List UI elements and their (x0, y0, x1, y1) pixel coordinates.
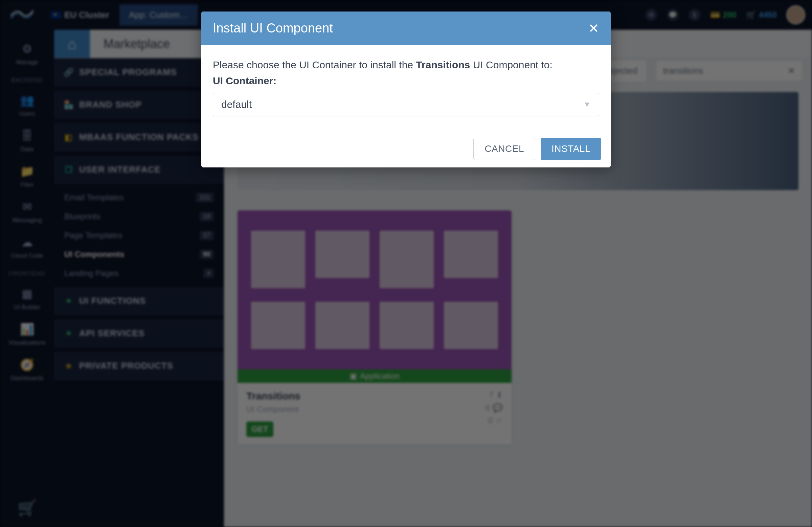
modal-title: Install UI Component (213, 21, 333, 35)
modal-header: Install UI Component ✕ (201, 12, 611, 45)
field-label: UI Container: (213, 75, 599, 87)
modal-footer: CANCEL INSTALL (201, 130, 611, 167)
install-modal: Install UI Component ✕ Please choose the… (201, 12, 611, 167)
modal-overlay[interactable]: Install UI Component ✕ Please choose the… (0, 0, 812, 527)
cancel-button[interactable]: CANCEL (473, 138, 535, 160)
select-value: default (221, 99, 252, 110)
close-icon[interactable]: ✕ (589, 22, 599, 35)
modal-prompt: Please choose the UI Container to instal… (213, 57, 599, 72)
install-button[interactable]: INSTALL (541, 138, 601, 160)
modal-body: Please choose the UI Container to instal… (201, 45, 611, 130)
chevron-down-icon: ▼ (583, 100, 591, 109)
container-select[interactable]: default ▼ (213, 93, 599, 116)
